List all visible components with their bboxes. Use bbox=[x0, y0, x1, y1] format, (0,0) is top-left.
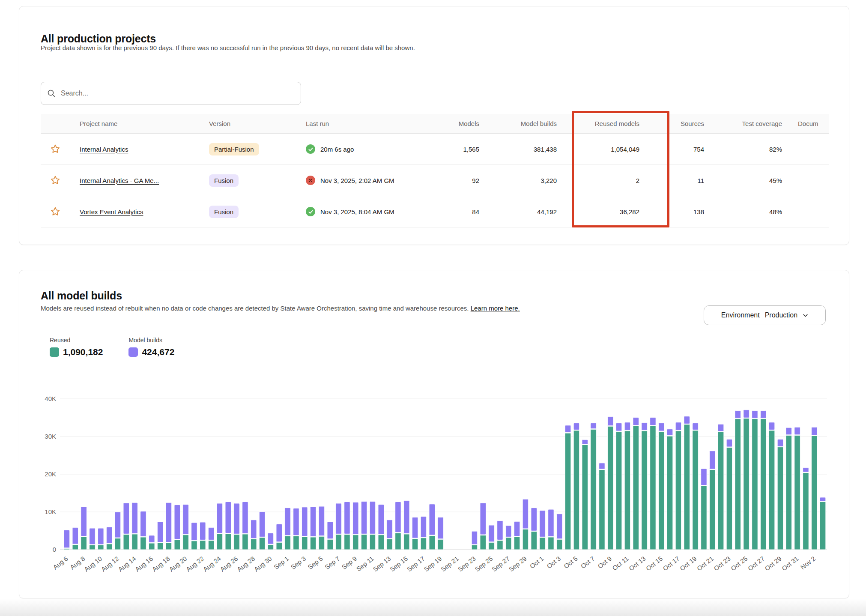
bar-segment-model-builds bbox=[378, 505, 384, 535]
bar-segment-reused bbox=[242, 534, 248, 550]
bar-segment-reused bbox=[378, 535, 384, 550]
bar-segment-reused bbox=[259, 538, 265, 550]
bar-segment-model-builds bbox=[540, 511, 546, 537]
bar-segment-model-builds bbox=[149, 535, 155, 543]
project-name-link[interactable]: Internal Analytics bbox=[80, 146, 128, 153]
x-axis-tick-label: Aug 12 bbox=[100, 555, 120, 573]
bar-segment-model-builds bbox=[718, 424, 724, 431]
bar-segment-model-builds bbox=[480, 503, 486, 535]
models-count: 92 bbox=[418, 165, 479, 196]
bar-segment-reused bbox=[336, 535, 342, 550]
bar-segment-model-builds bbox=[370, 502, 376, 534]
table-row: Internal Analytics Partial-Fusion 20m 6s… bbox=[41, 134, 829, 165]
model-builds-swatch bbox=[128, 347, 138, 357]
col-header-project-name: Project name bbox=[80, 114, 208, 133]
bar-segment-model-builds bbox=[684, 416, 690, 424]
bar-segment-reused bbox=[166, 543, 172, 550]
bar-segment-model-builds bbox=[242, 502, 248, 534]
legend-value: 1,090,182 bbox=[63, 347, 103, 357]
project-name-link[interactable]: Vortex Event Analytics bbox=[80, 208, 143, 215]
col-header-test-coverage: Test coverage bbox=[722, 114, 782, 133]
bar-segment-reused bbox=[693, 431, 699, 550]
models-count: 1,565 bbox=[418, 134, 479, 164]
bar-segment-reused bbox=[429, 535, 435, 550]
search-icon bbox=[47, 89, 56, 98]
x-axis-tick-label: Oct 11 bbox=[611, 555, 630, 572]
x-axis-tick-label: Aug 14 bbox=[117, 555, 137, 573]
bar-segment-model-builds bbox=[327, 522, 333, 539]
model-builds-count: 3,220 bbox=[490, 165, 557, 196]
bar-segment-reused bbox=[489, 542, 495, 550]
x-axis-tick-label: Oct 29 bbox=[763, 555, 782, 572]
bar-segment-model-builds bbox=[319, 506, 325, 536]
bar-segment-reused bbox=[183, 535, 189, 550]
x-axis-tick-label: Oct 25 bbox=[729, 555, 749, 572]
col-header-version: Version bbox=[209, 114, 303, 133]
bar-segment-reused bbox=[726, 448, 732, 550]
bar-segment-model-builds bbox=[183, 505, 189, 535]
bar-segment-reused bbox=[208, 541, 214, 550]
bar-segment-model-builds bbox=[412, 517, 418, 538]
x-axis-tick-label: Oct 7 bbox=[579, 555, 596, 570]
bar-segment-model-builds bbox=[693, 423, 699, 430]
col-header-sources: Sources bbox=[649, 114, 704, 133]
bar-segment-model-builds bbox=[548, 509, 554, 536]
bar-segment-model-builds bbox=[276, 524, 282, 541]
bar-segment-reused bbox=[157, 543, 163, 550]
bar-segment-model-builds bbox=[582, 440, 588, 444]
col-header-models: Models bbox=[418, 114, 479, 133]
x-axis-tick-label: Aug 24 bbox=[202, 555, 222, 573]
builds-card-description-text: Models are reused instead of rebuilt whe… bbox=[41, 305, 469, 312]
col-header-documentation: Docum bbox=[798, 114, 829, 133]
bar-segment-model-builds bbox=[268, 533, 274, 544]
x-axis-tick-label: Sep 21 bbox=[439, 555, 460, 573]
bar-segment-reused bbox=[523, 529, 529, 550]
bar-segment-model-builds bbox=[752, 411, 758, 419]
bar-segment-reused bbox=[353, 535, 359, 550]
bar-segment-model-builds bbox=[667, 429, 673, 436]
bar-segment-reused bbox=[506, 538, 512, 550]
bar-segment-reused bbox=[217, 534, 222, 550]
bar-segment-model-builds bbox=[633, 417, 639, 425]
run-success-icon bbox=[306, 144, 315, 154]
bar-segment-model-builds bbox=[777, 439, 783, 446]
bar-segment-reused bbox=[761, 419, 767, 550]
x-axis-tick-label: Sep 3 bbox=[290, 555, 307, 571]
project-name-link[interactable]: Internal Analytics - GA Me... bbox=[80, 177, 159, 184]
bar-segment-model-builds bbox=[200, 522, 206, 540]
test-coverage-value: 45% bbox=[722, 165, 782, 196]
learn-more-link[interactable]: Learn more here. bbox=[471, 305, 520, 312]
bar-segment-model-builds bbox=[353, 502, 359, 534]
search-box[interactable] bbox=[41, 82, 301, 105]
x-axis-tick-label: Oct 5 bbox=[562, 555, 579, 570]
bar-segment-model-builds bbox=[438, 517, 444, 539]
bar-segment-model-builds bbox=[675, 422, 681, 430]
bar-segment-reused bbox=[803, 472, 809, 550]
table-row: Internal Analytics - GA Me... Fusion Nov… bbox=[41, 165, 829, 196]
bar-segment-model-builds bbox=[310, 507, 316, 537]
bar-segment-reused bbox=[624, 431, 630, 550]
x-axis-tick-label: Sep 15 bbox=[388, 555, 409, 573]
stacked-bar-chart: 010K20K30K40KAug 6Aug 8Aug 10Aug 12Aug 1… bbox=[41, 388, 829, 594]
x-axis-tick-label: Sep 25 bbox=[474, 555, 494, 573]
bar-segment-model-builds bbox=[599, 463, 605, 469]
production-projects-card: All production projects Project data sho… bbox=[19, 6, 849, 245]
bar-segment-model-builds bbox=[786, 428, 792, 435]
x-axis-tick-label: Oct 1 bbox=[529, 555, 545, 570]
search-input[interactable] bbox=[60, 89, 295, 98]
environment-dropdown[interactable]: Environment Production bbox=[704, 305, 826, 325]
reused-models-count: 2 bbox=[572, 165, 639, 196]
x-axis-tick-label: Nov 2 bbox=[799, 555, 817, 571]
bar-segment-reused bbox=[735, 419, 741, 550]
favorite-star-icon[interactable] bbox=[50, 175, 61, 186]
sources-count: 754 bbox=[649, 134, 704, 164]
x-axis-tick-label: Aug 22 bbox=[185, 555, 205, 573]
x-axis-tick-label: Sep 9 bbox=[340, 555, 358, 571]
test-coverage-value: 48% bbox=[722, 196, 782, 227]
bar-segment-reused bbox=[582, 445, 588, 550]
favorite-star-icon[interactable] bbox=[50, 206, 61, 217]
bar-segment-model-builds bbox=[820, 497, 826, 501]
bar-segment-reused bbox=[370, 535, 376, 550]
bar-segment-reused bbox=[650, 426, 656, 550]
favorite-star-icon[interactable] bbox=[50, 144, 61, 155]
